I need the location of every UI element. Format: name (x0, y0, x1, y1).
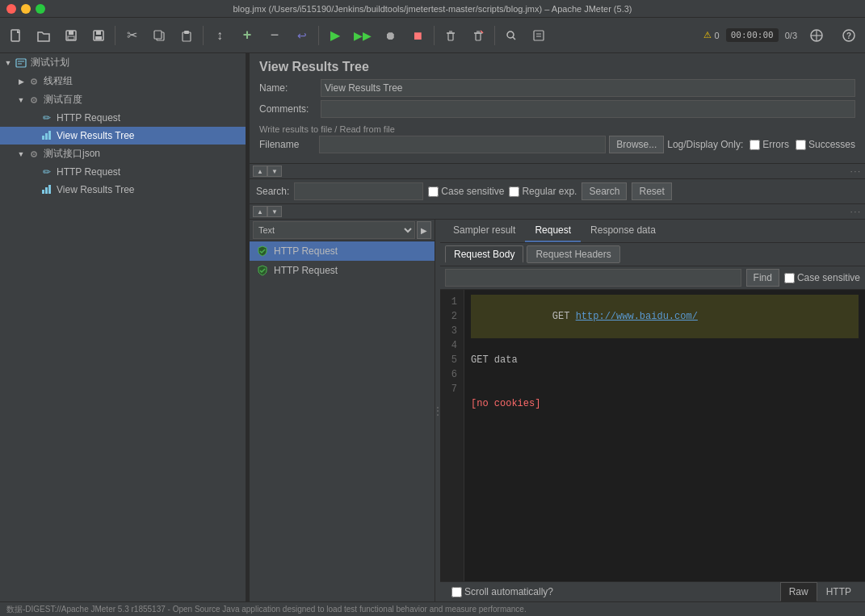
sidebar-item-test-plan[interactable]: ▼ 测试计划 (0, 53, 246, 72)
write-results-label: Write results to file / Read from file (259, 121, 855, 136)
sidebar-item-test-api[interactable]: ▼ 测试接口json (0, 145, 246, 163)
maximize-button[interactable] (36, 4, 45, 14)
minimize-button[interactable] (21, 4, 31, 14)
expand-button[interactable]: ↕ (207, 23, 233, 48)
successes-checkbox-label[interactable]: Successes (796, 139, 855, 150)
sidebar-label-test-100: 测试百度 (44, 93, 82, 107)
sidebar-item-view-results-2[interactable]: View Results Tree (0, 181, 246, 199)
sidebar-item-http-request-2[interactable]: ✏ HTTP Request (0, 163, 246, 181)
sidebar-item-thread-group[interactable]: ▶ 线程组 (0, 72, 246, 90)
paste-button[interactable] (174, 23, 199, 48)
find-case-sensitive-checkbox[interactable] (784, 273, 795, 283)
search-icon-button[interactable] (498, 23, 524, 48)
sidebar-item-http-request-1[interactable]: ✏ HTTP Request (0, 109, 246, 127)
scroll-up-btn-1[interactable]: ▲ (253, 166, 267, 177)
scroll-up-btn-2[interactable]: ▲ (253, 206, 267, 217)
request-item-label-1: HTTP Request (274, 245, 338, 257)
request-item-2[interactable]: HTTP Request (250, 261, 435, 280)
errors-checkbox-label[interactable]: Errors (750, 139, 789, 150)
svg-rect-6 (95, 36, 102, 40)
find-case-sensitive-label[interactable]: Case sensitive (784, 272, 860, 283)
copy-button[interactable] (146, 23, 172, 48)
filename-input[interactable] (319, 136, 606, 153)
format-select[interactable]: Text HTML JSON XML Regexp Tester (253, 221, 415, 239)
bottom-tab-raw[interactable]: Raw (780, 582, 817, 601)
dots-menu-1[interactable]: ··· (850, 167, 862, 176)
svg-point-37 (33, 153, 35, 155)
traffic-lights (6, 4, 45, 14)
status-text: 数据-DIGEST://Apache JMeter 5.3 r1855137 -… (6, 604, 527, 615)
case-sensitive-label[interactable]: Case sensitive (428, 186, 504, 197)
svg-rect-3 (68, 36, 74, 40)
comments-label: Comments: (259, 103, 316, 115)
bottom-tab-http[interactable]: HTTP (817, 582, 860, 601)
dots-menu-2[interactable]: ··· (850, 207, 862, 216)
scroll-auto-checkbox[interactable] (451, 587, 462, 597)
help-button[interactable]: ? (836, 23, 862, 48)
clear-all-button[interactable] (465, 23, 491, 48)
bottom-tabs: Scroll automatically? Raw HTTP (440, 581, 865, 601)
tab-request[interactable]: Request (525, 220, 581, 242)
separator-5 (494, 26, 495, 45)
reset-button[interactable]: Reset (632, 182, 671, 200)
url-link[interactable]: http://www.baidu.com/ (576, 311, 698, 322)
sidebar-item-view-results-1[interactable]: View Results Tree (0, 127, 246, 145)
separator-3 (318, 26, 319, 45)
sidebar-label-thread-group: 线程组 (44, 74, 73, 88)
close-button[interactable] (6, 4, 16, 14)
open-button[interactable] (31, 23, 57, 48)
find-input[interactable] (445, 269, 741, 287)
request-item-1[interactable]: HTTP Request (250, 241, 435, 261)
title-bar: blog.jmx (/Users/i515190/Jenkins/buildto… (0, 0, 865, 18)
cut-button[interactable]: ✂ (119, 23, 145, 48)
start-button[interactable]: ▶ (322, 23, 348, 48)
new-button[interactable] (3, 23, 29, 48)
separator-4 (434, 26, 435, 45)
sidebar-item-test-100[interactable]: ▼ 测试百度 (0, 90, 246, 109)
name-input[interactable] (321, 79, 855, 97)
search-input[interactable] (294, 182, 423, 200)
remote-start-button[interactable] (804, 23, 829, 48)
line-num-2: 2 (447, 309, 457, 324)
remove-button[interactable]: − (262, 23, 288, 48)
sidebar-label-vrt2: View Results Tree (57, 184, 135, 195)
browse-button[interactable]: Browse... (609, 136, 664, 153)
tab-sampler-result[interactable]: Sampler result (443, 220, 525, 242)
scroll-down-btn-2[interactable]: ▼ (267, 206, 282, 217)
svg-rect-35 (48, 131, 51, 140)
undo-button[interactable]: ↩ (289, 23, 315, 48)
svg-rect-2 (69, 31, 73, 35)
scroll-down-btn-1[interactable]: ▼ (267, 166, 282, 177)
separator-2 (203, 26, 204, 45)
pencil-icon-2: ✏ (40, 166, 53, 178)
search-button[interactable]: Search (582, 182, 627, 200)
stop-button[interactable]: ⏺ (377, 23, 403, 48)
arrow-test-100: ▼ (16, 95, 26, 105)
code-line-1: GET http://www.baidu.com/ (471, 295, 859, 338)
save-button[interactable] (86, 23, 111, 48)
log-viewer-button[interactable] (526, 23, 552, 48)
svg-text:?: ? (846, 31, 851, 40)
errors-checkbox[interactable] (750, 140, 760, 150)
regular-exp-label[interactable]: Regular exp. (509, 186, 577, 197)
shutdown-button[interactable]: ⏹ (405, 23, 430, 48)
save-template-button[interactable] (58, 23, 84, 48)
arrow-http1 (29, 113, 39, 123)
clear-button[interactable] (438, 23, 464, 48)
case-sensitive-checkbox[interactable] (428, 186, 439, 197)
sub-tab-request-body[interactable]: Request Body (445, 245, 523, 263)
scroll-arrows-2: ▲ ▼ ··· (250, 204, 865, 220)
svg-point-32 (33, 99, 35, 101)
scroll-auto-label[interactable]: Scroll automatically? (451, 586, 553, 597)
sub-tab-request-headers[interactable]: Request Headers (527, 245, 619, 263)
search-label: Search: (256, 186, 289, 197)
expand-tree-btn[interactable]: ▶ (417, 221, 431, 239)
tab-response-data[interactable]: Response data (581, 220, 666, 242)
comments-input[interactable] (321, 100, 855, 118)
add-button[interactable]: + (234, 23, 260, 48)
find-button[interactable]: Find (746, 269, 779, 287)
regular-exp-checkbox[interactable] (509, 186, 519, 197)
start-no-pauses-button[interactable]: ▶▶ (350, 23, 376, 48)
code-line-6: [no cookies] (471, 396, 859, 411)
successes-checkbox[interactable] (796, 140, 806, 150)
